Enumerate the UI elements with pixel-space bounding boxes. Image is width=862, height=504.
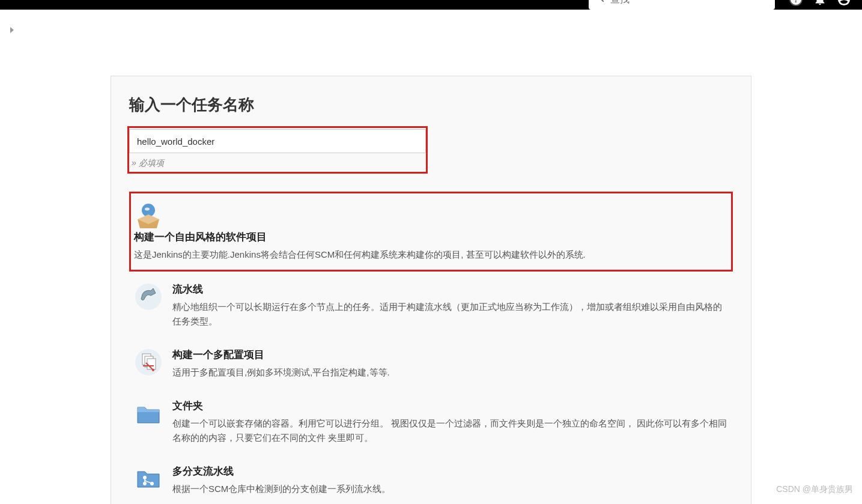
name-input-section: » 必填项	[127, 126, 428, 174]
main-panel: 输入一个任务名称 » 必填项 构建一个自由风格的软件项目 这是Jenkins的主…	[111, 76, 751, 504]
search-input[interactable]	[610, 0, 748, 5]
freestyle-icon	[134, 201, 163, 230]
search-box[interactable]	[589, 0, 775, 10]
help-icon[interactable]: ?	[788, 0, 804, 8]
svg-point-8	[152, 369, 154, 371]
svg-point-10	[150, 482, 154, 485]
notification-icon[interactable]: 2	[812, 0, 828, 8]
item-type-multiconfig[interactable]: 构建一个多配置项目 适用于多配置项目,例如多环境测试,平台指定构建,等等.	[129, 338, 733, 389]
pipeline-icon	[134, 282, 163, 311]
item-name-input[interactable]	[129, 129, 426, 153]
item-title: 流水线	[172, 282, 728, 296]
item-desc: 精心地组织一个可以长期运行在多个节点上的任务。适用于构建流水线（更加正式地应当称…	[172, 300, 728, 329]
svg-point-11	[143, 482, 147, 485]
item-title: 构建一个自由风格的软件项目	[134, 230, 586, 244]
item-desc: 根据一个SCM仓库中检测到的分支创建一系列流水线。	[172, 482, 728, 496]
required-hint: » 必填项	[129, 158, 426, 169]
item-desc: 适用于多配置项目,例如多环境测试,平台指定构建,等等.	[172, 365, 728, 380]
svg-point-9	[143, 476, 147, 479]
svg-point-2	[145, 208, 150, 211]
item-type-folder[interactable]: 文件夹 创建一个可以嵌套存储的容器。利用它可以进行分组。 视图仅仅是一个过滤器，…	[129, 389, 733, 455]
sidebar-toggle[interactable]	[10, 27, 14, 33]
item-type-pipeline[interactable]: 流水线 精心地组织一个可以长期运行在多个节点上的任务。适用于构建流水线（更加正式…	[129, 273, 733, 338]
item-desc: 创建一个可以嵌套存储的容器。利用它可以进行分组。 视图仅仅是一个过滤器，而文件夹…	[172, 416, 728, 445]
svg-point-3	[135, 284, 162, 310]
folder-icon	[134, 399, 163, 428]
multiconfig-icon	[134, 348, 163, 377]
search-icon	[595, 0, 606, 6]
item-type-freestyle[interactable]: 构建一个自由风格的软件项目 这是Jenkins的主要功能.Jenkins将会结合…	[129, 192, 733, 272]
item-title: 多分支流水线	[172, 464, 728, 478]
user-icon[interactable]	[836, 0, 852, 8]
watermark: CSDN @单身贵族男	[776, 484, 853, 495]
item-title: 构建一个多配置项目	[172, 348, 728, 362]
multibranch-icon	[134, 464, 163, 493]
topbar: ? 2	[0, 0, 862, 10]
item-type-multibranch[interactable]: 多分支流水线 根据一个SCM仓库中检测到的分支创建一系列流水线。	[129, 455, 733, 504]
page-title: 输入一个任务名称	[129, 94, 733, 115]
item-desc: 这是Jenkins的主要功能.Jenkins将会结合任何SCM和任何构建系统来构…	[134, 247, 586, 262]
item-title: 文件夹	[172, 399, 728, 413]
item-type-list: 构建一个自由风格的软件项目 这是Jenkins的主要功能.Jenkins将会结合…	[129, 192, 733, 504]
